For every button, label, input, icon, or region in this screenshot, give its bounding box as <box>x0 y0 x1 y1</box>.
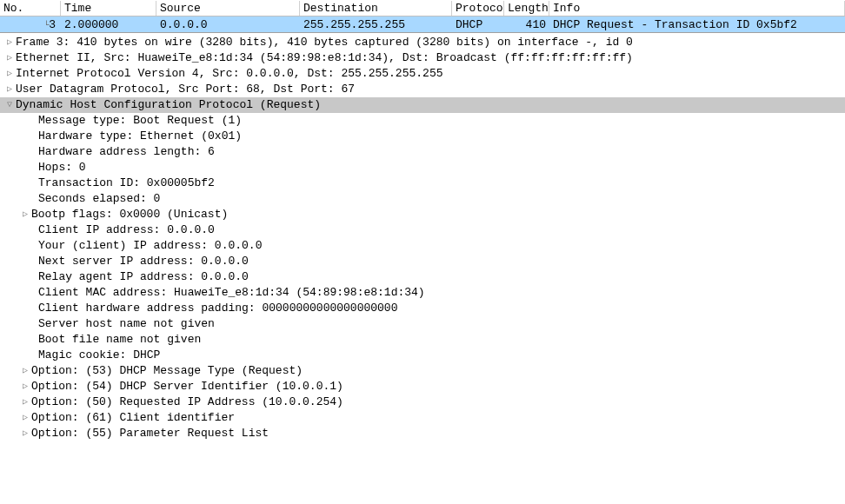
tree-giaddr[interactable]: Relay agent IP address: 0.0.0.0 <box>0 269 845 285</box>
tree-hops[interactable]: Hops: 0 <box>0 160 845 176</box>
tree-opt55[interactable]: ▷Option: (55) Parameter Request List <box>0 426 845 441</box>
tree-frame[interactable]: ▷Frame 3: 410 bytes on wire (3280 bits),… <box>0 35 845 50</box>
cell-info: DHCP Request - Transaction ID 0x5bf2 <box>549 17 845 32</box>
cell-source: 0.0.0.0 <box>156 17 300 32</box>
tree-msg-type[interactable]: Message type: Boot Request (1) <box>0 113 845 129</box>
col-header-dest[interactable]: Destination <box>300 1 452 16</box>
packet-list-header: No. Time Source Destination Protocol Len… <box>0 0 845 17</box>
tree-opt53[interactable]: ▷Option: (53) DHCP Message Type (Request… <box>0 363 845 379</box>
caret-right-icon[interactable]: ▷ <box>19 426 31 441</box>
tree-label: Dynamic Host Configuration Protocol (Req… <box>16 97 321 113</box>
tree-hw-type[interactable]: Hardware type: Ethernet (0x01) <box>0 129 845 144</box>
tree-label: Message type: Boot Request (1) <box>38 113 242 129</box>
tree-siaddr[interactable]: Next server IP address: 0.0.0.0 <box>0 254 845 269</box>
tree-label: Next server IP address: 0.0.0.0 <box>38 254 249 269</box>
tree-opt50[interactable]: ▷Option: (50) Requested IP Address (10.0… <box>0 395 845 410</box>
tree-yiaddr[interactable]: Your (client) IP address: 0.0.0.0 <box>0 238 845 254</box>
tree-marker-icon: └ <box>40 21 49 30</box>
tree-label: Hops: 0 <box>38 160 86 176</box>
tree-label: Option: (54) DHCP Server Identifier (10.… <box>31 379 343 395</box>
tree-magic[interactable]: Magic cookie: DHCP <box>0 348 845 363</box>
caret-right-icon[interactable]: ▷ <box>19 379 31 395</box>
tree-dhcp[interactable]: ▽Dynamic Host Configuration Protocol (Re… <box>0 97 845 113</box>
tree-label: Magic cookie: DHCP <box>38 348 160 363</box>
tree-opt54[interactable]: ▷Option: (54) DHCP Server Identifier (10… <box>0 379 845 395</box>
tree-label: Client hardware address padding: 0000000… <box>38 301 397 316</box>
caret-right-icon[interactable]: ▷ <box>3 66 16 82</box>
tree-label: Transaction ID: 0x00005bf2 <box>38 176 215 191</box>
caret-right-icon[interactable]: ▷ <box>19 207 31 222</box>
tree-label: Option: (61) Client identifier <box>31 410 235 426</box>
tree-label: Client IP address: 0.0.0.0 <box>38 222 215 238</box>
tree-label: Hardware type: Ethernet (0x01) <box>38 129 242 144</box>
col-header-time[interactable]: Time <box>61 1 156 16</box>
tree-ethernet[interactable]: ▷Ethernet II, Src: HuaweiTe_e8:1d:34 (54… <box>0 50 845 66</box>
tree-opt61[interactable]: ▷Option: (61) Client identifier <box>0 410 845 426</box>
tree-label: Ethernet II, Src: HuaweiTe_e8:1d:34 (54:… <box>16 50 633 66</box>
caret-down-icon[interactable]: ▽ <box>3 97 16 113</box>
tree-ip[interactable]: ▷Internet Protocol Version 4, Src: 0.0.0… <box>0 66 845 82</box>
tree-hw-len[interactable]: Hardware address length: 6 <box>0 144 845 160</box>
tree-label: Option: (53) DHCP Message Type (Request) <box>31 363 303 379</box>
caret-right-icon[interactable]: ▷ <box>19 410 31 426</box>
col-header-source[interactable]: Source <box>156 1 300 16</box>
tree-label: Hardware address length: 6 <box>38 144 215 160</box>
tree-label: Frame 3: 410 bytes on wire (3280 bits), … <box>16 35 633 50</box>
tree-label: Your (client) IP address: 0.0.0.0 <box>38 238 262 254</box>
tree-label: Internet Protocol Version 4, Src: 0.0.0.… <box>16 66 442 82</box>
col-header-no[interactable]: No. <box>0 1 61 16</box>
tree-udp[interactable]: ▷User Datagram Protocol, Src Port: 68, D… <box>0 82 845 97</box>
cell-length: 410 <box>504 17 549 32</box>
caret-right-icon[interactable]: ▷ <box>3 82 16 97</box>
cell-no: └3 <box>0 17 61 32</box>
tree-flags[interactable]: ▷Bootp flags: 0x0000 (Unicast) <box>0 207 845 222</box>
tree-label: Server host name not given <box>38 316 215 332</box>
tree-label: Option: (50) Requested IP Address (10.0.… <box>31 395 343 410</box>
tree-padding[interactable]: Client hardware address padding: 0000000… <box>0 301 845 316</box>
caret-right-icon[interactable]: ▷ <box>19 395 31 410</box>
cell-proto: DHCP <box>452 17 504 32</box>
tree-file[interactable]: Boot file name not given <box>0 332 845 348</box>
packet-row[interactable]: └3 2.000000 0.0.0.0 255.255.255.255 DHCP… <box>0 17 845 32</box>
packet-details-pane: ▷Frame 3: 410 bytes on wire (3280 bits),… <box>0 33 845 441</box>
caret-right-icon[interactable]: ▷ <box>19 363 31 379</box>
tree-label: Option: (55) Parameter Request List <box>31 426 269 441</box>
caret-right-icon[interactable]: ▷ <box>3 35 16 50</box>
cell-time: 2.000000 <box>61 17 156 32</box>
tree-label: Relay agent IP address: 0.0.0.0 <box>38 269 249 285</box>
col-header-info[interactable]: Info <box>549 1 845 16</box>
col-header-length[interactable]: Length <box>504 1 549 16</box>
tree-sname[interactable]: Server host name not given <box>0 316 845 332</box>
packet-list: No. Time Source Destination Protocol Len… <box>0 0 845 33</box>
tree-xid[interactable]: Transaction ID: 0x00005bf2 <box>0 176 845 191</box>
tree-label: Boot file name not given <box>38 332 201 348</box>
tree-label: User Datagram Protocol, Src Port: 68, Ds… <box>16 82 355 97</box>
col-header-proto[interactable]: Protocol <box>452 1 504 16</box>
tree-chaddr[interactable]: Client MAC address: HuaweiTe_e8:1d:34 (5… <box>0 285 845 301</box>
tree-secs[interactable]: Seconds elapsed: 0 <box>0 191 845 207</box>
tree-label: Seconds elapsed: 0 <box>38 191 160 207</box>
cell-dest: 255.255.255.255 <box>300 17 452 32</box>
tree-label: Client MAC address: HuaweiTe_e8:1d:34 (5… <box>38 285 425 301</box>
tree-label: Bootp flags: 0x0000 (Unicast) <box>31 207 228 222</box>
caret-right-icon[interactable]: ▷ <box>3 50 16 66</box>
tree-ciaddr[interactable]: Client IP address: 0.0.0.0 <box>0 222 845 238</box>
